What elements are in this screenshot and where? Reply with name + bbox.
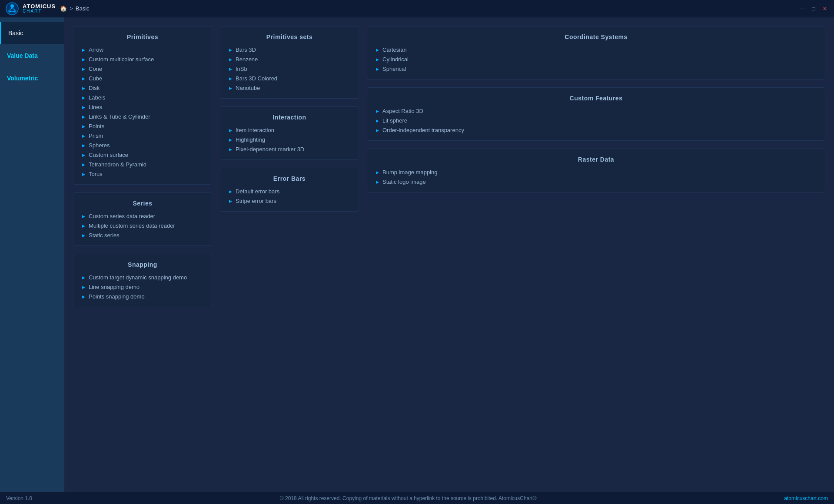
list-item[interactable]: ▶Item interaction: [229, 127, 350, 133]
app-body: Basic Value Data Volumetric Primitives ▶…: [0, 17, 834, 492]
raster-data-title: Raster Data: [376, 156, 816, 163]
list-item[interactable]: ▶Labels: [82, 94, 203, 101]
item-label: Spherical: [382, 66, 406, 72]
series-list: ▶Custom series data reader ▶Multiple cus…: [82, 213, 203, 239]
arrow-icon: ▶: [82, 153, 85, 157]
list-item[interactable]: ▶Torus: [82, 171, 203, 177]
list-item[interactable]: ▶Pixel-dependent marker 3D: [229, 146, 350, 153]
list-item[interactable]: ▶Custom surface: [82, 152, 203, 158]
main-content: Primitives ▶Arrow ▶Custom multicolor sur…: [64, 17, 834, 492]
close-button[interactable]: ✕: [821, 5, 829, 13]
error-bars-title: Error Bars: [229, 175, 350, 182]
item-label: Cube: [89, 75, 102, 82]
item-label: Labels: [89, 94, 105, 101]
maximize-button[interactable]: □: [810, 5, 817, 13]
list-item[interactable]: ▶Cone: [82, 66, 203, 72]
item-label: Multiple custom series data reader: [89, 222, 175, 229]
primitives-list: ▶Arrow ▶Custom multicolor surface ▶Cone …: [82, 46, 203, 177]
arrow-icon: ▶: [229, 199, 232, 203]
list-item[interactable]: ▶Points snapping demo: [82, 293, 203, 300]
arrow-icon: ▶: [82, 115, 85, 119]
list-item[interactable]: ▶Bars 3D Colored: [229, 75, 350, 82]
arrow-icon: ▶: [82, 96, 85, 100]
interaction-list: ▶Item interaction ▶Highlighting ▶Pixel-d…: [229, 127, 350, 153]
list-item[interactable]: ▶Prism: [82, 133, 203, 139]
custom-features-card: Custom Features ▶Aspect Ratio 3D ▶Lit sp…: [367, 87, 825, 141]
list-item[interactable]: ▶Static series: [82, 232, 203, 239]
item-label: Static series: [89, 232, 120, 239]
primitive-sets-list: ▶Bars 3D ▶Benzene ▶InSb ▶Bars 3D Colored…: [229, 46, 350, 91]
item-label: Benzene: [236, 56, 258, 63]
item-label: Spheres: [89, 142, 110, 149]
list-item[interactable]: ▶Tetrahedron & Pyramid: [82, 161, 203, 168]
list-item[interactable]: ▶Points: [82, 123, 203, 129]
list-item[interactable]: ▶Nanotube: [229, 85, 350, 91]
list-item[interactable]: ▶Custom multicolor surface: [82, 56, 203, 63]
arrow-icon: ▶: [82, 172, 85, 176]
list-item[interactable]: ▶Lit sphere: [376, 117, 816, 124]
series-title: Series: [82, 200, 203, 207]
sidebar-item-value-data[interactable]: Value Data: [0, 44, 64, 67]
item-label: Nanotube: [236, 85, 260, 91]
item-label: Pixel-dependent marker 3D: [236, 146, 304, 153]
list-item[interactable]: ▶Aspect Ratio 3D: [376, 108, 816, 114]
arrow-icon: ▶: [229, 48, 232, 52]
list-item[interactable]: ▶Arrow: [82, 46, 203, 53]
list-item[interactable]: ▶Benzene: [229, 56, 350, 63]
minimize-button[interactable]: —: [798, 5, 806, 13]
list-item[interactable]: ▶Cartesian: [376, 46, 816, 53]
item-label: Line snapping demo: [89, 284, 140, 290]
item-label: Custom target dynamic snapping demo: [89, 274, 187, 281]
item-label: Stripe error bars: [236, 198, 276, 204]
list-item[interactable]: ▶Bars 3D: [229, 46, 350, 53]
breadcrumb-current: Basic: [76, 5, 90, 12]
arrow-icon: ▶: [229, 86, 232, 90]
arrow-icon: ▶: [229, 147, 232, 152]
titlebar-controls: — □ ✕: [798, 5, 829, 13]
list-item[interactable]: ▶Custom target dynamic snapping demo: [82, 274, 203, 281]
list-item[interactable]: ▶Custom series data reader: [82, 213, 203, 219]
list-item[interactable]: ▶Bump image mapping: [376, 169, 816, 176]
item-label: Torus: [89, 171, 103, 177]
list-item[interactable]: ▶Cube: [82, 75, 203, 82]
list-item[interactable]: ▶Order-independent transparency: [376, 127, 816, 133]
item-label: Cylindrical: [382, 56, 409, 63]
item-label: Cartesian: [382, 46, 407, 53]
sidebar: Basic Value Data Volumetric: [0, 17, 64, 492]
snapping-title: Snapping: [82, 261, 203, 268]
list-item[interactable]: ▶Links & Tube & Cyllinder: [82, 113, 203, 120]
sidebar-label-value-data: Value Data: [7, 52, 38, 59]
list-item[interactable]: ▶InSb: [229, 66, 350, 72]
sidebar-item-basic[interactable]: Basic: [0, 22, 64, 44]
logo-chart: CHART: [23, 9, 56, 13]
item-label: Points: [89, 123, 104, 129]
list-item[interactable]: ▶Spherical: [376, 66, 816, 72]
list-item[interactable]: ▶Stripe error bars: [229, 198, 350, 204]
logo-text: ATOMICUS CHART: [23, 3, 56, 13]
series-card: Series ▶Custom series data reader ▶Multi…: [73, 192, 212, 246]
list-item[interactable]: ▶Cylindrical: [376, 56, 816, 63]
list-item[interactable]: ▶Default error bars: [229, 188, 350, 195]
sidebar-item-volumetric[interactable]: Volumetric: [0, 67, 64, 90]
arrow-icon: ▶: [82, 233, 85, 238]
snapping-card: Snapping ▶Custom target dynamic snapping…: [73, 254, 212, 307]
arrow-icon: ▶: [82, 134, 85, 138]
list-item[interactable]: ▶Static logo image: [376, 179, 816, 185]
item-label: Points snapping demo: [89, 293, 145, 300]
website-link[interactable]: atomicuschart.com: [784, 495, 828, 501]
arrow-icon: ▶: [376, 119, 379, 123]
error-bars-list: ▶Default error bars ▶Stripe error bars: [229, 188, 350, 204]
statusbar: Version 1.0 © 2018 All rights reserved. …: [0, 492, 834, 504]
arrow-icon: ▶: [82, 285, 85, 289]
list-item[interactable]: ▶Spheres: [82, 142, 203, 149]
list-item[interactable]: ▶Line snapping demo: [82, 284, 203, 290]
home-icon[interactable]: 🏠: [60, 5, 67, 12]
item-label: Custom series data reader: [89, 213, 155, 219]
item-label: Highlighting: [236, 136, 265, 143]
list-item[interactable]: ▶Highlighting: [229, 136, 350, 143]
list-item[interactable]: ▶Lines: [82, 104, 203, 110]
list-item[interactable]: ▶Multiple custom series data reader: [82, 222, 203, 229]
arrow-icon: ▶: [229, 67, 232, 71]
raster-data-list: ▶Bump image mapping ▶Static logo image: [376, 169, 816, 185]
list-item[interactable]: ▶Disk: [82, 85, 203, 91]
